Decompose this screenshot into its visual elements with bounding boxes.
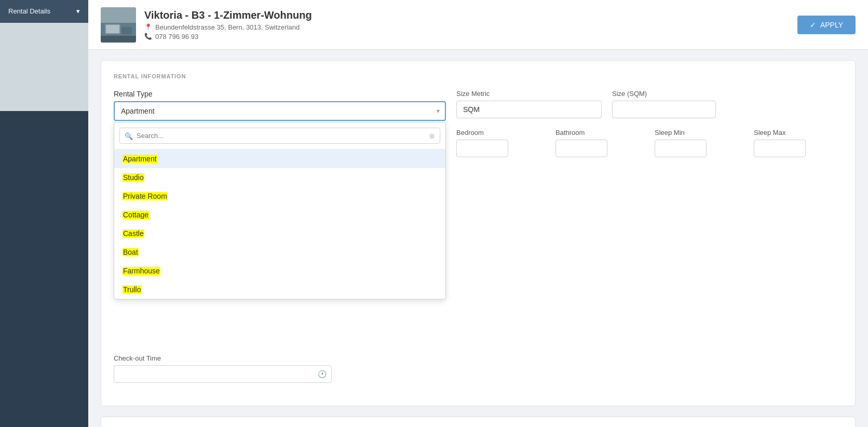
- address-row: 📍 Beundenfeldstrasse 35, Bern, 3013, Swi…: [144, 23, 312, 31]
- checkout-time-wrapper: 10 : 00 AM 🕐: [114, 365, 332, 383]
- sleep-max-label: Sleep Max: [754, 129, 843, 136]
- rental-type-value: Apartment: [121, 107, 155, 115]
- dropdown-item-trullo[interactable]: Trullo: [114, 280, 445, 299]
- dropdown-item-label: Studio: [123, 173, 144, 182]
- sleep-min-group: Sleep Min: [655, 129, 743, 157]
- dropdown-item-castle[interactable]: Castle: [114, 224, 445, 243]
- apply-label: APPLY: [820, 21, 843, 29]
- property-info: Viktoria - B3 - 1-Zimmer-Wohnung 📍 Beund…: [144, 9, 312, 40]
- size-metric-group: Size Metric SQM SQF: [456, 90, 602, 118]
- checkout-row: Check-out Time 10 : 00 AM 🕐: [114, 354, 843, 383]
- bedroom-fields-row: Bedroom 1 Bathroom 1 Sleep Min: [456, 129, 843, 157]
- property-thumbnail: [101, 7, 136, 43]
- size-metric-wrapper: SQM SQF: [456, 101, 602, 118]
- rental-instructions-card: RENTAL INSTRUCTIONS: [101, 417, 856, 427]
- rental-type-row: Rental Type Apartment ▾ 🔍: [114, 90, 843, 157]
- property-meta: 📍 Beundenfeldstrasse 35, Bern, 3013, Swi…: [144, 23, 312, 40]
- dropdown-item-label: Farmhouse: [123, 267, 160, 275]
- rental-information-card: RENTAL INFORMATION Rental Type Apartment…: [101, 60, 856, 406]
- bedroom-group: Bedroom 1: [456, 129, 545, 157]
- clear-search-icon[interactable]: ⊗: [429, 132, 435, 140]
- dropdown-item-label: Apartment: [123, 155, 157, 163]
- instructions-body: RENTAL INSTRUCTIONS: [101, 417, 855, 427]
- card-body-rental-info: RENTAL INFORMATION Rental Type Apartment…: [101, 61, 855, 406]
- checkout-time-input[interactable]: 10 : 00 AM: [114, 365, 332, 383]
- dropdown-item-label: Cottage: [123, 211, 149, 219]
- bathroom-label: Bathroom: [555, 129, 644, 136]
- phone-icon: 📞: [144, 33, 152, 40]
- dropdown-item-cottage[interactable]: Cottage: [114, 205, 445, 224]
- search-icon: 🔍: [125, 132, 133, 140]
- dropdown-item-label: Private Room: [123, 192, 168, 200]
- dropdown-item-label: Boat: [123, 248, 139, 256]
- property-address: Beundenfeldstrasse 35, Bern, 3013, Switz…: [155, 23, 300, 31]
- sleep-max-group: Sleep Max 1: [754, 129, 843, 157]
- svg-rect-5: [101, 36, 136, 43]
- sidebar-image-area: [0, 23, 88, 111]
- checkmark-icon: ✓: [810, 21, 816, 29]
- sleep-max-input[interactable]: 1: [754, 140, 806, 157]
- bedroom-input[interactable]: 1: [456, 140, 508, 157]
- right-fields: Size Metric SQM SQF Size: [456, 90, 843, 157]
- sidebar-item-rental-details[interactable]: Rental Details ▾: [0, 0, 88, 22]
- bathroom-group: Bathroom 1: [555, 129, 644, 157]
- dropdown-item-farmhouse[interactable]: Farmhouse: [114, 261, 445, 280]
- apply-button[interactable]: ✓ APPLY: [797, 16, 856, 34]
- dropdown-list: Apartment Studio Private Room: [114, 149, 445, 299]
- svg-rect-4: [121, 27, 132, 34]
- rental-type-label: Rental Type: [114, 90, 446, 98]
- dropdown-item-label: Castle: [123, 229, 144, 238]
- header-bar: Viktoria - B3 - 1-Zimmer-Wohnung 📍 Beund…: [88, 0, 868, 50]
- location-icon: 📍: [144, 23, 152, 31]
- size-sqm-label: Size (SQM): [612, 90, 843, 98]
- dropdown-item-boat[interactable]: Boat: [114, 243, 445, 261]
- sidebar-item-label: Rental Details: [8, 7, 50, 15]
- dropdown-item-label: Trullo: [123, 285, 142, 294]
- rental-info-section-label: RENTAL INFORMATION: [114, 73, 843, 79]
- size-sqm-group: Size (SQM) 25: [612, 90, 843, 118]
- bathroom-input[interactable]: 1: [555, 140, 607, 157]
- dropdown-search-input[interactable]: [119, 128, 440, 144]
- rental-type-form-group: Rental Type Apartment ▾ 🔍: [114, 90, 446, 121]
- clock-icon: 🕐: [318, 370, 327, 378]
- rental-type-dropdown: 🔍 ⊗ Apartment: [114, 122, 446, 299]
- dropdown-item-private-room[interactable]: Private Room: [114, 187, 445, 205]
- sleep-min-input[interactable]: [655, 140, 707, 157]
- property-thumb-image: [101, 7, 136, 43]
- chevron-down-icon: ▾: [76, 7, 80, 15]
- size-metric-select[interactable]: SQM SQF: [456, 101, 602, 118]
- checkout-label: Check-out Time: [114, 354, 332, 362]
- dropdown-search-wrapper: 🔍 ⊗: [114, 122, 445, 149]
- sleep-min-label: Sleep Min: [655, 129, 743, 136]
- rental-type-container: Apartment ▾ 🔍 ⊗: [114, 101, 446, 121]
- size-sqm-input[interactable]: 25: [612, 101, 716, 118]
- checkout-group: Check-out Time 10 : 00 AM 🕐: [114, 354, 332, 383]
- property-name: Viktoria - B3 - 1-Zimmer-Wohnung: [144, 9, 312, 21]
- rental-type-select[interactable]: Apartment: [114, 101, 446, 121]
- property-phone: 078 796 96 93: [155, 33, 198, 40]
- svg-rect-3: [106, 25, 119, 33]
- size-fields-row: Size Metric SQM SQF Size: [456, 90, 843, 118]
- content-area: RENTAL INFORMATION Rental Type Apartment…: [88, 50, 868, 427]
- phone-row: 📞 078 796 96 93: [144, 33, 312, 40]
- bedroom-label: Bedroom: [456, 129, 545, 136]
- dropdown-item-studio[interactable]: Studio: [114, 168, 445, 187]
- dropdown-item-apartment[interactable]: Apartment: [114, 149, 445, 168]
- size-metric-label: Size Metric: [456, 90, 602, 98]
- main-content: Viktoria - B3 - 1-Zimmer-Wohnung 📍 Beund…: [88, 0, 868, 427]
- sidebar: Rental Details ▾: [0, 0, 88, 427]
- header-left: Viktoria - B3 - 1-Zimmer-Wohnung 📍 Beund…: [101, 7, 312, 43]
